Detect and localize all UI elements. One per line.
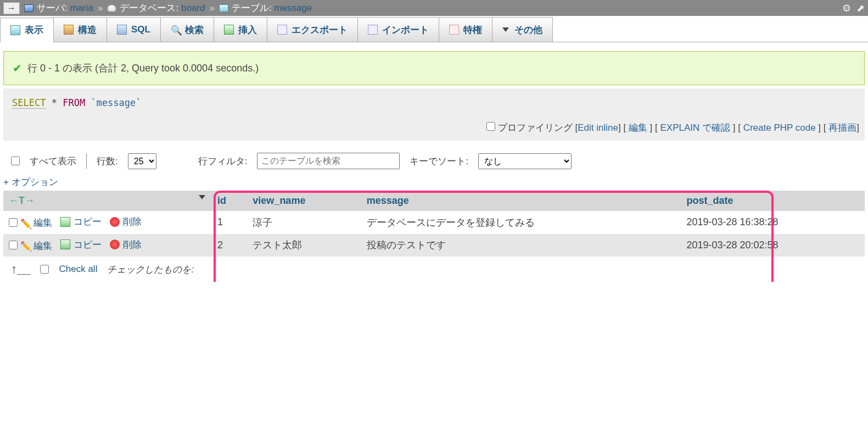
rows-label: 行数: — [97, 155, 118, 168]
options-link[interactable]: + オプション — [3, 177, 58, 187]
tab-label: 構造 — [78, 24, 97, 36]
chevron-down-icon[interactable] — [199, 195, 205, 199]
edit-row-link[interactable]: ✏️編集 — [20, 240, 52, 252]
explain-link[interactable]: EXPLAIN で確認 — [660, 123, 730, 133]
cell-post-date: 2019-03-28 16:38:28 — [681, 211, 865, 234]
gear-icon[interactable]: ⚙ — [842, 2, 851, 14]
cell-message: データベースにデータを登録してみる — [361, 211, 681, 234]
nav-back-button[interactable]: → — [3, 2, 20, 14]
check-all-checkbox[interactable] — [40, 265, 49, 274]
edit-link[interactable]: 編集 — [629, 123, 647, 133]
tab-label: SQL — [131, 24, 150, 35]
tab-label: インポート — [382, 24, 429, 36]
tab-label: エクスポート — [292, 24, 348, 36]
tab-sql[interactable]: SQL — [107, 17, 161, 42]
cell-id: 1 — [212, 211, 247, 234]
create-php-link[interactable]: Create PHP code — [743, 123, 816, 133]
sql-identifier: `message` — [91, 97, 141, 108]
sql-star: * — [52, 97, 57, 108]
tab-privileges[interactable]: 特権 — [439, 17, 492, 42]
tab-bar: 表示 構造 SQL 🔍 検索 挿入 エクスポート インポート 特権 その他 — [0, 17, 868, 42]
column-header-id[interactable]: id — [212, 191, 247, 211]
cell-view-name: テスト太郎 — [247, 234, 361, 257]
copy-row-link[interactable]: コピー — [60, 215, 102, 228]
browse-icon — [10, 25, 20, 35]
database-icon — [107, 4, 116, 12]
delete-row-link[interactable]: 削除 — [110, 215, 142, 228]
tab-label: その他 — [514, 24, 542, 36]
tab-label: 検索 — [185, 24, 204, 36]
pencil-icon: ✏️ — [20, 218, 30, 228]
success-message: ✔ 行 0 - 1 の表示 (合計 2, Query took 0.0004 s… — [3, 51, 865, 85]
insert-icon — [224, 25, 234, 35]
rows-select[interactable]: 25 — [128, 153, 156, 169]
redraw-link[interactable]: 再描画 — [828, 123, 856, 133]
sql-icon — [117, 25, 127, 35]
cell-post-date: 2019-03-28 20:02:58 — [681, 234, 865, 257]
table-row: ✏️編集 コピー 削除 1 涼子 データベースにデータを登録してみる 2019-… — [3, 211, 865, 234]
tab-export[interactable]: エクスポート — [267, 17, 358, 42]
chevron-down-icon — [502, 27, 509, 32]
show-all-checkbox[interactable] — [11, 157, 20, 165]
breadcrumb-bar: → サーバ: maria » データベース: board » テーブル: mes… — [0, 0, 868, 16]
row-checkbox[interactable] — [9, 218, 18, 227]
close-icon[interactable]: ⬈ — [856, 2, 865, 14]
row-checkbox[interactable] — [9, 241, 18, 249]
footer-controls: ↑__ Check all チェックしたものを: — [3, 257, 865, 282]
column-header-view-name[interactable]: view_name — [247, 191, 361, 211]
delete-row-link[interactable]: 削除 — [110, 238, 142, 251]
tab-search[interactable]: 🔍 検索 — [160, 17, 214, 42]
column-header-message[interactable]: message — [361, 191, 681, 211]
sort-label: キーでソート: — [410, 155, 468, 168]
check-icon: ✔ — [13, 62, 22, 75]
cell-id: 2 — [212, 234, 247, 257]
breadcrumb-table-link[interactable]: message — [274, 3, 312, 14]
tab-structure[interactable]: 構造 — [53, 17, 107, 42]
table-row: ✏️編集 コピー 削除 2 テスト太郎 投稿のテストです 2019-03-28 … — [3, 234, 865, 257]
data-table: ←T→ id view_name message post_date ✏️編集 … — [3, 191, 865, 257]
show-all-label: すべて表示 — [30, 155, 76, 168]
edit-inline-link[interactable]: Edit inline — [578, 123, 618, 133]
tab-label: 表示 — [25, 24, 43, 36]
tab-insert[interactable]: 挿入 — [214, 17, 267, 42]
tab-label: 挿入 — [238, 24, 257, 36]
profiling-label: プロファイリング — [498, 123, 573, 133]
profiling-checkbox[interactable] — [486, 122, 495, 131]
import-icon — [368, 25, 378, 35]
tab-browse[interactable]: 表示 — [0, 18, 54, 42]
export-icon — [277, 25, 287, 35]
cell-message: 投稿のテストです — [361, 234, 681, 257]
edit-row-link[interactable]: ✏️編集 — [20, 216, 52, 229]
server-icon — [24, 4, 33, 12]
sql-keyword-select: SELECT — [12, 97, 46, 109]
breadcrumb-db-link[interactable]: board — [181, 3, 205, 14]
copy-row-link[interactable]: コピー — [60, 238, 102, 251]
with-selected-label: チェックしたものを: — [107, 263, 194, 276]
check-all-link[interactable]: Check all — [59, 264, 97, 275]
sql-keyword-from: FROM — [63, 97, 85, 108]
column-header-post-date[interactable]: post_date — [681, 191, 865, 211]
minus-circle-icon — [110, 217, 120, 227]
privileges-icon — [449, 25, 459, 35]
sql-query-display: SELECT * FROM `message` — [3, 88, 865, 117]
filter-label: 行フィルタ: — [198, 155, 248, 168]
filter-input[interactable] — [257, 153, 400, 169]
search-icon: 🔍 — [171, 25, 181, 35]
breadcrumb: サーバ: maria » データベース: board » テーブル: messa… — [24, 2, 312, 14]
copy-icon — [60, 240, 70, 249]
sql-action-bar: プロファイリング [Edit inline] [ 編集 ] [ EXPLAIN … — [3, 117, 865, 141]
action-column-header: ←T→ — [3, 191, 212, 211]
structure-icon — [64, 25, 74, 35]
arrow-up-left-icon: ↑__ — [11, 262, 30, 276]
breadcrumb-server-link[interactable]: maria — [70, 3, 93, 14]
row-controls: すべて表示 行数: 25 行フィルタ: キーでソート: なし — [0, 147, 868, 173]
tab-label: 特権 — [463, 24, 482, 36]
minus-circle-icon — [110, 240, 120, 249]
breadcrumb-db-label: データベース: — [120, 2, 178, 14]
cell-view-name: 涼子 — [247, 211, 361, 234]
pencil-icon: ✏️ — [20, 241, 30, 251]
tab-import[interactable]: インポート — [357, 17, 439, 42]
sort-select[interactable]: なし — [478, 153, 572, 169]
copy-icon — [60, 217, 70, 227]
tab-more[interactable]: その他 — [492, 17, 553, 42]
